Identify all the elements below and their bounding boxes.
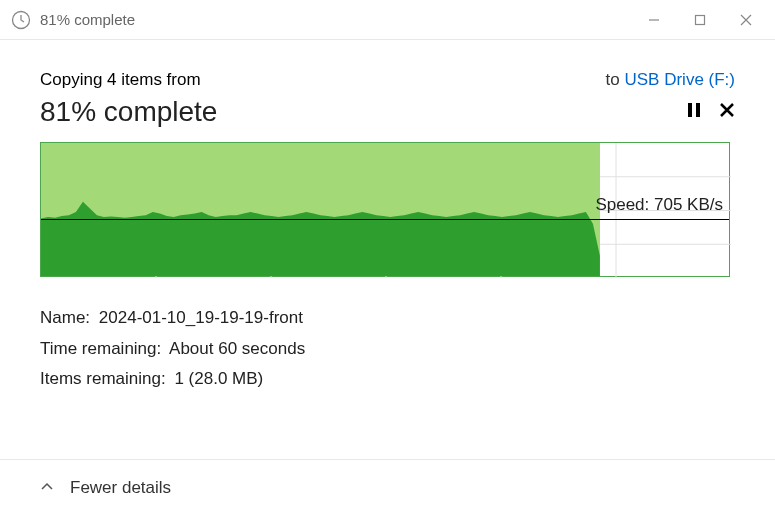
content: Copying 4 items from to USB Drive (F:) 8…	[0, 40, 775, 395]
percent-complete: 81% complete	[40, 96, 217, 128]
svg-rect-4	[696, 103, 700, 117]
speed-midline	[41, 219, 729, 220]
destination-link[interactable]: USB Drive (F:)	[625, 70, 736, 89]
detail-time: Time remaining: About 60 seconds	[40, 334, 735, 365]
chevron-up-icon	[40, 481, 54, 495]
window-title: 81% complete	[40, 11, 631, 28]
fewer-details-toggle[interactable]: Fewer details	[40, 478, 171, 498]
clock-icon	[10, 9, 32, 31]
details: Name: 2024-01-10_19-19-19-front Time rem…	[40, 303, 735, 395]
copy-destination: to USB Drive (F:)	[606, 70, 735, 90]
speed-chart: Speed: 705 KB/s	[40, 142, 730, 277]
detail-items: Items remaining: 1 (28.0 MB)	[40, 364, 735, 395]
speed-wave	[41, 141, 600, 276]
svg-rect-2	[696, 15, 705, 24]
cancel-button[interactable]	[719, 102, 735, 123]
svg-rect-3	[688, 103, 692, 117]
close-button[interactable]	[723, 4, 769, 36]
pause-button[interactable]	[687, 102, 701, 123]
titlebar: 81% complete	[0, 0, 775, 40]
maximize-button[interactable]	[677, 4, 723, 36]
minimize-button[interactable]	[631, 4, 677, 36]
copy-header: Copying 4 items from to USB Drive (F:)	[40, 70, 735, 90]
detail-name: Name: 2024-01-10_19-19-19-front	[40, 303, 735, 334]
progress-row: 81% complete	[40, 96, 735, 128]
copying-source-text: Copying 4 items from	[40, 70, 201, 90]
speed-label: Speed: 705 KB/s	[595, 195, 723, 215]
footer: Fewer details	[0, 459, 775, 515]
